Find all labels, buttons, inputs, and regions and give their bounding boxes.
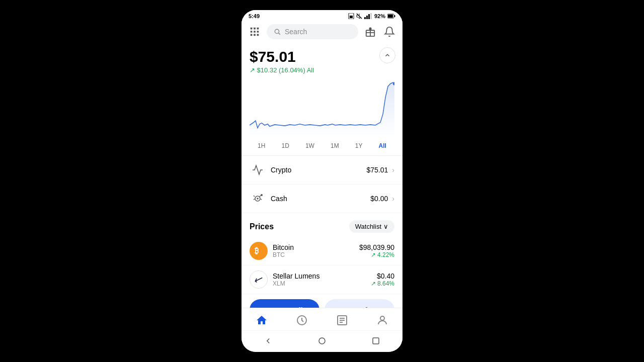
- filter-1d[interactable]: 1D: [278, 140, 292, 151]
- svg-rect-11: [254, 28, 256, 30]
- grid-menu-icon[interactable]: [248, 25, 262, 39]
- portfolio-section: $75.01 ↗ $10.32 (16.04%) All: [242, 42, 403, 77]
- main-content: $75.01 ↗ $10.32 (16.04%) All: [242, 42, 403, 308]
- svg-rect-15: [257, 31, 259, 33]
- stellar-symbol: XLM: [273, 280, 319, 287]
- crypto-asset-value: $75.01: [367, 166, 388, 174]
- svg-line-20: [279, 33, 280, 35]
- svg-rect-16: [251, 34, 253, 36]
- svg-rect-9: [394, 15, 395, 17]
- android-home[interactable]: [316, 335, 328, 347]
- filter-all[interactable]: All: [376, 140, 389, 151]
- transfer-button[interactable]: Transfer: [325, 299, 394, 308]
- svg-point-36: [380, 316, 384, 320]
- nav-orders[interactable]: [331, 312, 353, 328]
- portfolio-chart: [242, 81, 403, 136]
- filter-1w[interactable]: 1W: [302, 140, 317, 151]
- watchlist-label: Watchlist: [355, 223, 381, 230]
- nav-home[interactable]: [251, 312, 273, 328]
- buy-sell-button[interactable]: Buy & sell: [250, 299, 319, 308]
- watchlist-button[interactable]: Watchlist ∨: [349, 220, 394, 233]
- bell-icon[interactable]: [382, 25, 396, 39]
- svg-point-19: [275, 29, 279, 33]
- cash-asset-row[interactable]: Cash $0.00 ›: [242, 185, 403, 213]
- android-nav: [242, 330, 403, 352]
- svg-line-26: [260, 196, 261, 197]
- battery-level: 92%: [374, 13, 385, 19]
- crypto-icon: [250, 162, 266, 178]
- nav-history[interactable]: [291, 312, 313, 328]
- android-recents[interactable]: [370, 335, 382, 347]
- svg-line-28: [254, 199, 255, 200]
- filter-1h[interactable]: 1H: [255, 140, 268, 151]
- svg-text:₿: ₿: [255, 246, 259, 255]
- prices-title: Prices: [250, 222, 274, 231]
- bitcoin-price: $98,039.90: [359, 243, 394, 251]
- svg-rect-17: [254, 34, 256, 36]
- svg-line-25: [254, 196, 255, 197]
- stellar-change: ↗ 8.64%: [371, 280, 394, 287]
- svg-rect-1: [350, 16, 353, 18]
- signal-icon: [364, 13, 372, 19]
- bottom-nav: [242, 308, 403, 330]
- svg-rect-38: [373, 338, 379, 344]
- crypto-asset-row[interactable]: Crypto $75.01 ›: [242, 156, 403, 185]
- svg-rect-4: [366, 16, 368, 19]
- stellar-row[interactable]: Stellar Lumens XLM $0.40 ↗ 8.64%: [242, 265, 403, 294]
- battery-icon: [387, 13, 395, 19]
- watchlist-chevron: ∨: [383, 223, 388, 230]
- svg-rect-5: [368, 14, 370, 19]
- status-time: 5:49: [249, 13, 260, 19]
- search-placeholder: Search: [285, 28, 307, 36]
- bitcoin-logo: ₿: [250, 242, 268, 260]
- svg-rect-3: [364, 17, 366, 19]
- crypto-asset-label: Crypto: [271, 166, 291, 174]
- prices-header: Prices Watchlist ∨: [242, 213, 403, 237]
- svg-point-29: [261, 194, 263, 196]
- svg-point-37: [319, 338, 325, 344]
- svg-rect-18: [257, 34, 259, 36]
- nav-profile[interactable]: [371, 312, 393, 328]
- svg-point-23: [255, 196, 260, 201]
- status-icons: 92%: [348, 13, 395, 19]
- bitcoin-change: ↗ 4.22%: [359, 251, 394, 258]
- filter-1m[interactable]: 1M: [328, 140, 342, 151]
- search-bar[interactable]: Search: [267, 24, 358, 39]
- action-buttons: Buy & sell Transfer: [242, 294, 403, 308]
- cash-asset-label: Cash: [271, 195, 287, 203]
- crypto-chevron: ›: [392, 166, 394, 174]
- svg-rect-12: [257, 28, 259, 30]
- svg-rect-8: [388, 15, 393, 18]
- sim-icon: [348, 13, 354, 19]
- gift-icon[interactable]: [363, 25, 377, 39]
- stellar-price: $0.40: [371, 272, 394, 280]
- svg-line-27: [261, 199, 262, 200]
- cash-icon: [250, 191, 266, 207]
- svg-rect-13: [251, 31, 253, 33]
- cash-asset-value: $0.00: [370, 195, 388, 203]
- svg-point-24: [257, 198, 258, 199]
- stellar-name: Stellar Lumens: [273, 272, 319, 280]
- collapse-button[interactable]: [379, 47, 395, 63]
- time-filters: 1H 1D 1W 1M 1Y All: [242, 136, 403, 156]
- portfolio-value: $75.01: [250, 48, 394, 65]
- nav-icons: [363, 25, 396, 39]
- cash-chevron: ›: [392, 195, 394, 203]
- portfolio-change: ↗ $10.32 (16.04%) All: [250, 66, 394, 74]
- stellar-logo: [250, 270, 268, 289]
- svg-rect-10: [251, 28, 253, 30]
- bitcoin-symbol: BTC: [273, 251, 294, 258]
- search-icon: [274, 28, 281, 35]
- mute-icon: [356, 13, 362, 19]
- filter-1y[interactable]: 1Y: [352, 140, 366, 151]
- top-nav: Search: [242, 21, 403, 42]
- android-back[interactable]: [262, 335, 274, 347]
- status-bar: 5:49 92%: [242, 10, 403, 21]
- bitcoin-name: Bitcoin: [273, 243, 294, 251]
- bitcoin-row[interactable]: ₿ Bitcoin BTC $98,039.90 ↗ 4.22%: [242, 237, 403, 265]
- svg-rect-6: [370, 13, 372, 19]
- svg-rect-14: [254, 31, 256, 33]
